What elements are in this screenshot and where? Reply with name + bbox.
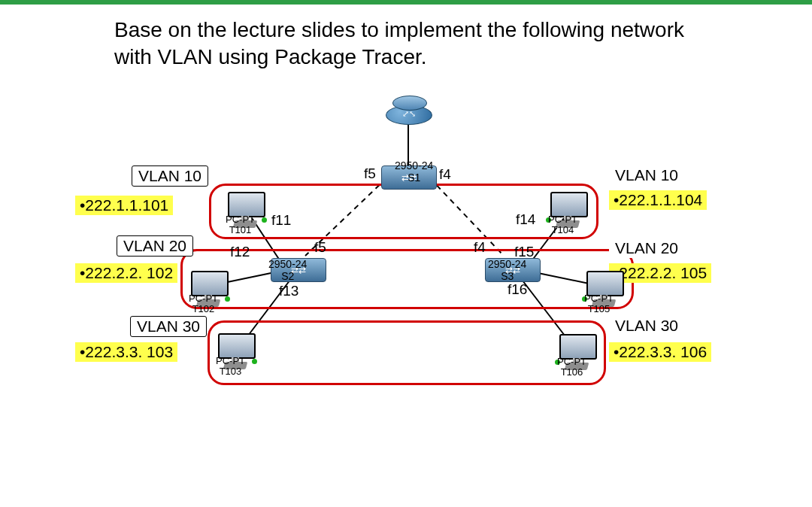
switch-s3-label: 2950-24 S3	[488, 258, 526, 282]
accent-bar	[0, 0, 812, 5]
switch-s1-label: 2950-24 S1	[395, 159, 433, 184]
vlan10-left-title: VLAN 10	[132, 165, 208, 187]
vlan20-right-title: VLAN 20	[609, 238, 684, 258]
pc-t103-label: PC-PT T103	[216, 356, 245, 376]
group-vlan10	[209, 184, 598, 239]
port-s3-16: f16	[508, 281, 527, 298]
vlan10-right-title: VLAN 10	[609, 165, 684, 185]
port-s3-14: f14	[516, 211, 535, 228]
vlan30-right-title: VLAN 30	[609, 316, 684, 335]
vlan20-right-ip: •222.2.2. 105	[609, 263, 711, 283]
router-icon: ⤢⤡	[386, 105, 432, 125]
switch-s2-label: 2950-24 S2	[268, 258, 307, 282]
port-s1-right: f4	[439, 166, 451, 183]
vlan30-left-title: VLAN 30	[130, 316, 207, 337]
vlan10-left-ip: •222.1.1.101	[75, 196, 173, 215]
port-s1-left: f5	[364, 165, 376, 182]
pc-t102-label: PC-PT T102	[189, 293, 218, 314]
port-s2-13: f13	[279, 283, 298, 299]
port-s2-12: f12	[230, 244, 250, 260]
instruction-text: Base on the lecture slides to implement …	[114, 17, 686, 71]
port-s3-up: f4	[474, 239, 486, 256]
group-vlan30	[208, 320, 606, 385]
diagram-stage: ⤢⤡ ⇄⇄ 2950-24 S1 f5 f4 ⇄⇄ 2950-24 S2 f5 …	[75, 98, 737, 436]
vlan30-right-ip: •222.3.3. 106	[609, 342, 711, 362]
vlan30-left-ip: •222.3.3. 103	[75, 342, 177, 362]
port-s2-up: f5	[314, 239, 326, 256]
port-s2-11: f11	[271, 212, 291, 229]
port-s3-15: f15	[514, 244, 534, 260]
pc-t106-label: PC-PT T106	[557, 357, 586, 377]
pc-t101-label: PC-PT T101	[226, 214, 255, 235]
pc-t105-label: PC-PT T105	[584, 293, 614, 314]
vlan10-right-ip: •222.1.1.104	[609, 190, 707, 210]
vlan20-left-title: VLAN 20	[117, 235, 193, 257]
pc-t104-label: PC-PT T104	[548, 214, 577, 235]
vlan20-left-ip: •222.2.2. 102	[75, 263, 177, 283]
